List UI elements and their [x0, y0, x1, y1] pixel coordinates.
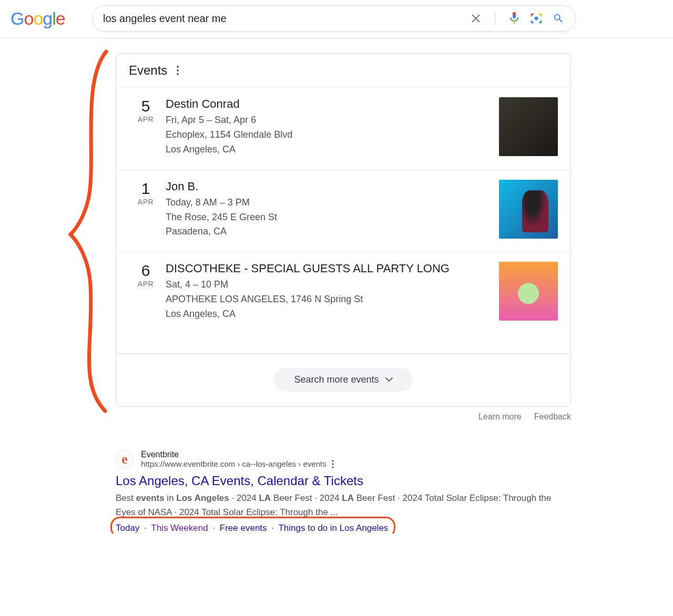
svg-rect-4	[513, 12, 516, 15]
event-day: 5	[129, 98, 162, 114]
result-header: e Eventbrite https://www.eventbrite.com …	[116, 450, 573, 468]
event-item[interactable]: 6 APR DISCOTHEKE - SPECIAL GUESTS ALL PA…	[116, 252, 570, 354]
clear-icon[interactable]	[470, 12, 482, 25]
result-options-icon[interactable]	[332, 460, 334, 468]
event-day: 1	[129, 181, 162, 197]
separator	[495, 12, 495, 25]
result-sitelinks: Today · This Weekend · Free events · Thi…	[116, 523, 388, 533]
search-more-events-button[interactable]: Search more events	[274, 368, 412, 392]
search-button-icon[interactable]	[552, 12, 565, 25]
events-card-header: Events	[116, 54, 570, 88]
event-city: Los Angeles, CA	[166, 142, 499, 157]
events-card-title: Events	[129, 63, 167, 78]
result-title-link[interactable]: Los Angeles, CA Events, Calendar & Ticke…	[116, 474, 573, 488]
events-card-footer: Learn more Feedback	[116, 412, 571, 422]
more-events-row: Search more events	[116, 354, 570, 406]
result-url-row: https://www.eventbrite.com › ca--los-ang…	[141, 459, 334, 468]
event-thumbnail	[499, 97, 558, 156]
voice-search-icon[interactable]	[508, 12, 521, 25]
search-header: Google	[0, 0, 673, 38]
event-day: 6	[129, 263, 162, 279]
events-card: Events 5 APR Destin Conrad Fri, Apr 5 – …	[116, 53, 571, 407]
event-when: Sat, 4 – 10 PM	[166, 278, 499, 292]
event-thumbnail	[499, 180, 558, 239]
result-url[interactable]: https://www.eventbrite.com › ca--los-ang…	[141, 459, 327, 468]
event-title: Jon B.	[166, 180, 499, 193]
event-month: APR	[129, 198, 162, 206]
chevron-down-icon	[385, 377, 393, 382]
more-options-icon[interactable]	[177, 66, 179, 75]
event-date: 1 APR	[129, 180, 162, 206]
event-month: APR	[129, 280, 162, 288]
svg-point-10	[332, 463, 334, 465]
event-details: DISCOTHEKE - SPECIAL GUESTS ALL PARTY LO…	[162, 262, 499, 322]
event-details: Jon B. Today, 8 AM – 3 PM The Rose, 245 …	[162, 180, 499, 240]
event-city: Pasadena, CA	[166, 224, 499, 239]
event-title: DISCOTHEKE - SPECIAL GUESTS ALL PARTY LO…	[166, 262, 499, 275]
sitelink-today[interactable]: Today	[116, 523, 139, 533]
event-when: Today, 8 AM – 3 PM	[166, 196, 499, 210]
more-events-label: Search more events	[294, 374, 379, 385]
svg-point-8	[177, 73, 179, 75]
image-search-icon[interactable]	[530, 12, 543, 25]
event-month: APR	[129, 115, 162, 124]
event-item[interactable]: 1 APR Jon B. Today, 8 AM – 3 PM The Rose…	[116, 170, 570, 253]
event-date: 6 APR	[129, 262, 162, 288]
event-date: 5 APR	[129, 97, 162, 124]
svg-point-11	[332, 466, 334, 468]
event-venue: The Rose, 245 E Green St	[166, 210, 499, 225]
svg-point-5	[535, 17, 538, 20]
event-thumbnail	[499, 262, 558, 321]
event-item[interactable]: 5 APR Destin Conrad Fri, Apr 5 – Sat, Ap…	[116, 88, 570, 170]
search-bar	[92, 5, 576, 32]
results-area: Events 5 APR Destin Conrad Fri, Apr 5 – …	[0, 38, 578, 533]
feedback-link[interactable]: Feedback	[534, 412, 571, 422]
result-site-name: Eventbrite	[141, 450, 334, 459]
event-venue: APOTHEKE LOS ANGELES, 1746 N Spring St	[166, 292, 499, 307]
result-favicon: e	[116, 450, 134, 468]
event-city: Los Angeles, CA	[166, 307, 499, 322]
sitelink-things-to-do[interactable]: Things to do in Los Angeles	[278, 523, 388, 533]
search-icon-group	[470, 12, 565, 25]
result-meta: Eventbrite https://www.eventbrite.com › …	[141, 450, 334, 468]
svg-point-6	[177, 66, 179, 68]
learn-more-link[interactable]: Learn more	[478, 412, 522, 422]
search-result: e Eventbrite https://www.eventbrite.com …	[116, 450, 573, 533]
svg-point-7	[177, 69, 179, 71]
event-when: Fri, Apr 5 – Sat, Apr 6	[166, 113, 499, 128]
result-description: Best events in Los Angeles · 2024 LA Bee…	[116, 491, 573, 520]
google-logo[interactable]: Google	[11, 8, 71, 29]
event-title: Destin Conrad	[166, 97, 499, 111]
sitelink-free-events[interactable]: Free events	[220, 523, 267, 533]
svg-point-9	[332, 460, 334, 462]
event-details: Destin Conrad Fri, Apr 5 – Sat, Apr 6 Ec…	[162, 97, 499, 157]
search-input[interactable]	[103, 13, 470, 25]
sitelink-this-weekend[interactable]: This Weekend	[151, 523, 208, 533]
event-venue: Echoplex, 1154 Glendale Blvd	[166, 128, 499, 142]
